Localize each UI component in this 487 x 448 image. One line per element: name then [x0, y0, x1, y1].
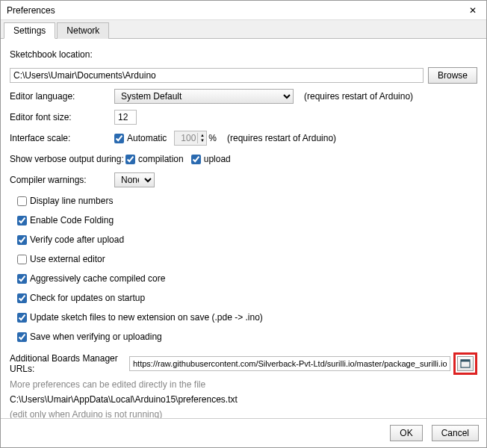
window-title: Preferences: [7, 5, 55, 16]
spinner-arrows-icon[interactable]: ▲▼: [197, 133, 206, 143]
window-icon: [460, 359, 471, 368]
boards-url-label: Additional Boards Manager URLs:: [10, 353, 129, 374]
update-ext-checkbox[interactable]: Update sketch files to new extension on …: [17, 312, 263, 323]
scale-note: (requires restart of Arduino): [227, 133, 336, 143]
close-icon[interactable]: ✕: [465, 5, 480, 16]
editor-font-input[interactable]: [114, 110, 137, 125]
tab-strip: Settings Network: [1, 20, 486, 39]
tab-settings[interactable]: Settings: [4, 22, 55, 39]
verbose-compilation-checkbox[interactable]: compilation: [125, 154, 184, 164]
save-when-verify-checkbox[interactable]: Save when verifying or uploading: [17, 332, 162, 342]
open-urls-window-button[interactable]: [457, 356, 474, 371]
svg-rect-1: [461, 360, 470, 362]
interface-scale-label: Interface scale:: [10, 133, 114, 143]
cancel-button[interactable]: Cancel: [432, 425, 479, 441]
editor-language-note: (requires restart of Arduino): [304, 91, 413, 102]
highlight-box: [453, 352, 477, 375]
boards-url-input[interactable]: [129, 356, 450, 371]
settings-panel: Sketchbook location: Browse Editor langu…: [1, 39, 486, 418]
titlebar: Preferences ✕: [1, 1, 486, 20]
aggr-cache-checkbox[interactable]: Aggressively cache compiled core: [17, 273, 165, 284]
verbose-upload-input[interactable]: [191, 155, 201, 164]
verify-after-upload-checkbox[interactable]: Verify code after upload: [17, 234, 124, 245]
preferences-window: Preferences ✕ Settings Network Sketchboo…: [0, 0, 487, 448]
tab-network[interactable]: Network: [57, 22, 109, 39]
editor-language-select[interactable]: System Default: [114, 89, 294, 104]
scale-spinner[interactable]: ▲▼: [174, 131, 207, 146]
verbose-compilation-input[interactable]: [125, 155, 135, 164]
compiler-warnings-select[interactable]: None: [114, 172, 155, 187]
auto-scale-checkbox[interactable]: Automatic: [114, 133, 167, 143]
enable-code-folding-checkbox[interactable]: Enable Code Folding: [17, 215, 114, 225]
external-editor-checkbox[interactable]: Use external editor: [17, 254, 105, 264]
compiler-warnings-label: Compiler warnings:: [10, 175, 114, 185]
auto-scale-text: Automatic: [127, 133, 167, 143]
pct-symbol: %: [208, 133, 217, 143]
auto-scale-input[interactable]: [114, 134, 124, 143]
scale-value: [175, 132, 197, 144]
ok-button[interactable]: OK: [390, 425, 422, 441]
browse-button[interactable]: Browse: [428, 67, 477, 84]
more-prefs-line1: More preferences can be edited directly …: [10, 379, 477, 390]
check-updates-checkbox[interactable]: Check for updates on startup: [17, 293, 145, 303]
verbose-label: Show verbose output during:: [10, 154, 125, 164]
editor-language-label: Editor language:: [10, 91, 114, 102]
dialog-footer: OK Cancel: [1, 418, 486, 447]
sketchbook-path-input[interactable]: [10, 68, 424, 83]
verbose-upload-checkbox[interactable]: upload: [191, 154, 231, 164]
prefs-file-path: C:\Users\Umair\AppData\Local\Arduino15\p…: [10, 394, 477, 405]
more-prefs-line2: (edit only when Arduino is not running): [10, 409, 477, 418]
editor-font-label: Editor font size:: [10, 112, 114, 122]
sketchbook-label: Sketchbook location:: [10, 49, 93, 60]
display-line-numbers-checkbox[interactable]: Display line numbers: [17, 196, 113, 206]
